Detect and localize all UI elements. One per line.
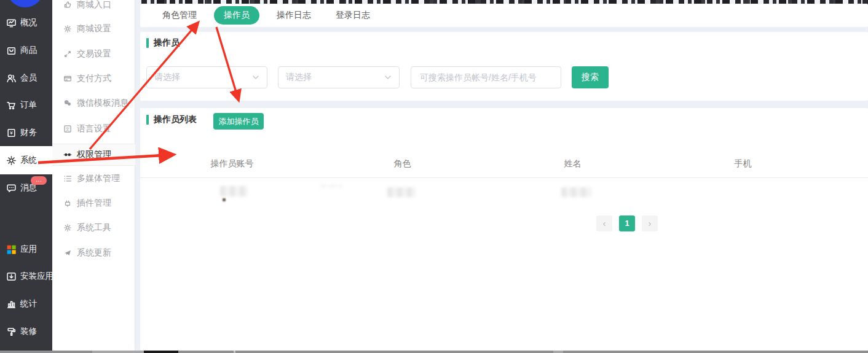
sidebar-item-system[interactable]: 系统 xyxy=(0,146,52,174)
add-operator-button[interactable]: 添加操作员 xyxy=(213,113,264,130)
strip-segment-dark xyxy=(144,351,178,353)
submenu-item-label: 商城入口 xyxy=(77,0,111,10)
main-content: 角色管理 操作员 操作日志 登录日志 操作员 请选择 请选择 搜索 xyxy=(135,0,868,351)
chat-icon xyxy=(6,183,17,193)
column-header-phone: 手机 xyxy=(658,158,828,169)
strip-notch xyxy=(234,351,235,353)
tab-login-log[interactable]: 登录日志 xyxy=(328,7,377,24)
svg-text:¥: ¥ xyxy=(10,130,13,136)
sidebar-item-members[interactable]: 会员 xyxy=(0,69,52,87)
svg-text:文: 文 xyxy=(66,126,70,131)
section-title-operator-list: 操作员列表 xyxy=(146,114,197,125)
submenu-item-label: 语言设置 xyxy=(77,123,111,134)
monitor-icon xyxy=(6,18,17,28)
search-button[interactable]: 搜索 xyxy=(572,66,609,88)
filter-select-2[interactable]: 请选择 xyxy=(278,66,400,88)
paper-plane-icon xyxy=(63,249,72,257)
sidebar-item-label: 装修 xyxy=(20,326,37,337)
strip-segment xyxy=(92,351,144,353)
wechat-icon xyxy=(63,99,72,107)
thumb-icon xyxy=(63,1,72,9)
submenu-item-permission-management[interactable]: 权限管理 xyxy=(52,144,135,166)
messages-count-badge: … xyxy=(31,176,47,185)
chevron-down-icon xyxy=(252,74,259,81)
gear-icon xyxy=(6,155,17,166)
gear-icon xyxy=(63,223,72,232)
pagination: ‹ 1 › xyxy=(596,215,658,231)
submenu-item-mall-entry[interactable]: 商城入口 xyxy=(52,0,135,14)
sidebar-item-orders[interactable]: 订单 xyxy=(0,96,52,114)
section-title-text: 操作员 xyxy=(154,37,180,48)
sidebar-item-label: 系统 xyxy=(20,155,37,166)
logo-avatar[interactable] xyxy=(7,0,44,7)
submenu-item-label: 微信模板消息 xyxy=(77,98,128,109)
submenu-item-trade-settings[interactable]: 交易设置 xyxy=(52,45,135,63)
operator-filter-panel: 操作员 请选择 请选择 搜索 xyxy=(140,32,868,101)
sidebar-item-label: 财务 xyxy=(20,127,37,138)
submenu-item-label: 商城设置 xyxy=(77,23,111,34)
redacted-account-cell xyxy=(220,186,248,196)
paint-roller-icon xyxy=(6,327,17,337)
submenu-item-system-update[interactable]: 系统更新 xyxy=(52,244,135,262)
bottom-edge-strip xyxy=(0,351,868,353)
submenu-item-mall-settings[interactable]: 商城设置 xyxy=(52,20,135,37)
stats-icon xyxy=(6,299,17,309)
section-title-text: 操作员列表 xyxy=(154,114,197,125)
select-placeholder: 请选择 xyxy=(286,72,312,83)
tab-operation-log[interactable]: 操作日志 xyxy=(269,7,318,24)
table-header-row: 操作员账号 角色 姓名 手机 xyxy=(147,158,828,169)
admin-screen: 概况 商品 会员 订单 ¥ 财务 系统 消息 … 应用 xyxy=(0,0,868,353)
submenu-item-label: 多媒体管理 xyxy=(77,173,120,184)
strip-segment xyxy=(553,351,563,353)
submenu-item-system-tools[interactable]: 系统工具 xyxy=(52,219,135,236)
filter-select-1[interactable]: 请选择 xyxy=(146,66,267,88)
apps-icon xyxy=(6,244,17,255)
submenu-item-label: 交易设置 xyxy=(77,48,111,60)
sidebar-item-overview[interactable]: 概况 xyxy=(0,14,52,32)
sidebar-item-finance[interactable]: ¥ 财务 xyxy=(0,123,52,142)
operator-search-input[interactable] xyxy=(411,66,561,88)
language-icon: 文 xyxy=(63,125,72,133)
redacted-name-cell xyxy=(561,187,591,197)
submenu-item-language-settings[interactable]: 文 语言设置 xyxy=(52,120,135,138)
sidebar-item-apps[interactable]: 应用 xyxy=(0,240,52,258)
section-accent-bar xyxy=(146,38,149,48)
tabs-bar: 角色管理 操作员 操作日志 登录日志 xyxy=(140,4,868,27)
finance-icon: ¥ xyxy=(6,128,17,138)
credit-card-icon xyxy=(63,74,72,83)
sidebar-item-goods[interactable]: 商品 xyxy=(0,41,52,60)
goods-icon xyxy=(6,45,17,56)
submenu-item-label: 支付方式 xyxy=(77,73,111,84)
tab-role-management[interactable]: 角色管理 xyxy=(155,7,204,24)
chevron-down-icon xyxy=(384,74,392,81)
submenu-item-payment-methods[interactable]: 支付方式 xyxy=(52,70,135,87)
submenu-item-media-management[interactable]: 多媒体管理 xyxy=(52,170,135,187)
trade-arrows-icon xyxy=(63,50,72,58)
gear-icon xyxy=(63,25,72,33)
redacted-role-cell xyxy=(387,187,416,197)
sidebar-item-stats[interactable]: 统计 xyxy=(0,295,52,313)
sidebar-item-label: 安装应用 xyxy=(20,271,52,282)
list-icon xyxy=(63,174,72,183)
pagination-next-button[interactable]: › xyxy=(642,215,658,231)
column-header-account: 操作员账号 xyxy=(147,158,317,169)
sidebar-item-label: 会员 xyxy=(20,72,37,83)
install-icon xyxy=(6,271,17,282)
submenu-item-label: 插件管理 xyxy=(77,198,111,209)
pagination-prev-button[interactable]: ‹ xyxy=(596,215,612,231)
pagination-page-1[interactable]: 1 xyxy=(619,215,635,231)
operator-list-panel: 操作员列表 添加操作员 操作员账号 角色 姓名 手机 ‹ 1 › xyxy=(140,108,868,351)
section-accent-bar xyxy=(146,115,149,125)
submenu-item-label: 系统工具 xyxy=(77,222,111,233)
mask-icon xyxy=(63,150,72,159)
submenu-item-wechat-template[interactable]: 微信模板消息 xyxy=(52,95,135,112)
sidebar-item-label: 统计 xyxy=(20,298,37,309)
submenu-item-plugin-management[interactable]: 插件管理 xyxy=(52,195,135,212)
sidebar-item-decorate[interactable]: 装修 xyxy=(0,322,52,341)
tab-operators[interactable]: 操作员 xyxy=(214,6,259,25)
redacted-smudge xyxy=(320,184,342,188)
select-placeholder: 请选择 xyxy=(154,72,180,83)
sidebar-item-install-apps[interactable]: 安装应用 xyxy=(0,267,52,285)
redacted-fragment xyxy=(223,198,226,201)
column-header-role: 角色 xyxy=(317,158,487,169)
